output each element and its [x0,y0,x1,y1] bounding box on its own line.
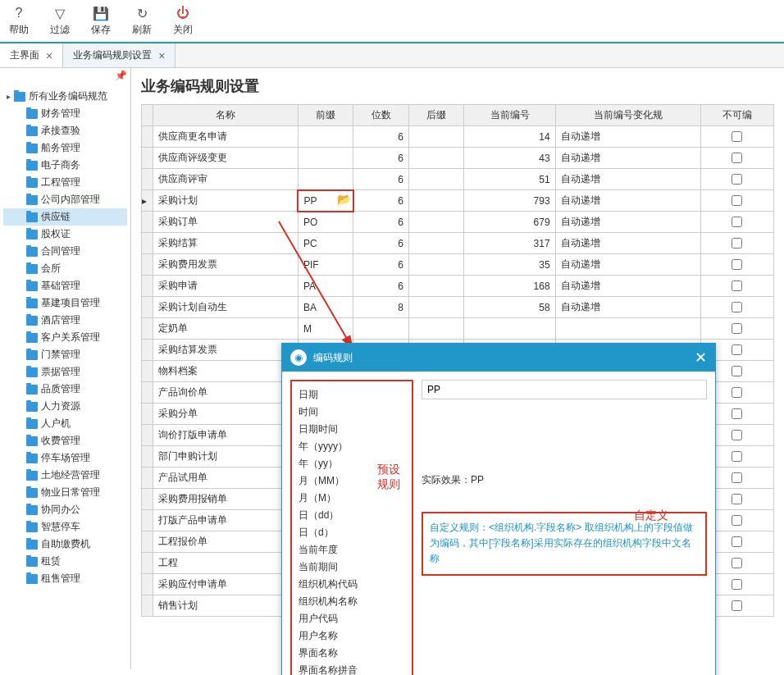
cell-current[interactable]: 58 [464,297,555,318]
cell-rule[interactable]: 自动递增 [555,126,700,148]
sidebar-item-12[interactable]: 酒店管理 [3,312,127,329]
rule-option[interactable]: 月（M） [299,490,405,507]
cell-suffix[interactable] [408,233,463,254]
cell-locked[interactable] [700,148,773,169]
sidebar-item-17[interactable]: 人力资源 [3,398,127,415]
cell-name[interactable]: 定奶单 [153,318,299,340]
cell-digits[interactable]: 6 [353,148,408,169]
locked-checkbox[interactable] [732,600,742,611]
cell-name[interactable]: 供应商更名申请 [153,126,299,148]
cell-current[interactable]: 14 [464,126,555,148]
cell-locked[interactable] [700,190,773,212]
cell-name[interactable]: 采购费用报销单 [153,489,299,510]
sidebar-item-27[interactable]: 租售管理 [3,570,127,587]
cell-prefix[interactable]: PIF [298,254,353,276]
table-row[interactable]: 采购结算 PC 6 317 自动递增 [142,233,774,254]
locked-checkbox[interactable] [732,408,742,419]
cell-rule[interactable]: 自动递增 [555,190,700,212]
column-header[interactable]: 前缀 [298,105,353,126]
table-row[interactable]: 供应商评级变更 6 43 自动递增 [142,148,774,169]
cell-current[interactable]: 679 [464,212,555,233]
cell-digits[interactable]: 6 [353,276,408,297]
sidebar-item-26[interactable]: 租赁 [3,553,127,570]
locked-checkbox[interactable] [732,238,742,249]
sidebar-item-23[interactable]: 协同办公 [3,501,127,518]
cell-locked[interactable] [700,297,773,318]
cell-name[interactable]: 采购申请 [153,276,299,297]
cell-name[interactable]: 采购分单 [153,404,299,425]
cell-locked[interactable] [700,276,773,297]
sidebar-item-5[interactable]: 公司内部管理 [3,191,127,208]
table-row[interactable]: 供应商更名申请 6 14 自动递增 [142,126,774,148]
cell-name[interactable]: 工程报价单 [153,531,299,553]
cell-name[interactable]: 供应商评审 [153,169,299,190]
locked-checkbox[interactable] [732,280,742,291]
cell-locked[interactable] [700,318,773,340]
cell-name[interactable]: 部门申购计划 [153,446,299,467]
locked-checkbox[interactable] [732,131,742,142]
locked-checkbox[interactable] [732,558,742,568]
sidebar-item-2[interactable]: 船务管理 [3,139,127,157]
locked-checkbox[interactable] [732,430,742,440]
cell-digits[interactable]: 6 [353,190,408,212]
sidebar-item-3[interactable]: 电子商务 [3,157,127,174]
rule-option[interactable]: 界面名称 [299,645,405,662]
locked-checkbox[interactable] [732,153,742,163]
sidebar-item-15[interactable]: 票据管理 [3,363,127,381]
cell-digits[interactable]: 6 [353,233,408,254]
rule-option[interactable]: 日期时间 [299,421,405,438]
column-header[interactable]: 名称 [153,105,299,126]
locked-checkbox[interactable] [732,259,742,270]
locked-checkbox[interactable] [732,579,742,590]
open-rule-icon[interactable]: 📂 [337,193,351,206]
cell-locked[interactable] [700,254,773,276]
cell-prefix[interactable]: BA [298,297,353,318]
table-row[interactable]: ▸ 采购计划 PP📂 6 793 自动递增 [142,190,774,212]
cell-name[interactable]: 产品询价单 [153,382,299,404]
cell-suffix[interactable] [408,148,463,169]
cell-current[interactable]: 51 [464,169,555,190]
cell-name[interactable]: 供应商评级变更 [153,148,299,169]
cell-name[interactable]: 采购计划自动生 [153,297,299,318]
rule-option[interactable]: 当前年度 [299,541,405,559]
cell-name[interactable]: 工程 [153,553,299,574]
tab-main[interactable]: 主界面× [0,43,63,67]
locked-checkbox[interactable] [732,515,742,526]
table-row[interactable]: 采购计划自动生 BA 8 58 自动递增 [142,297,774,318]
locked-checkbox[interactable] [732,174,742,185]
tree-root[interactable]: ▸ 所有业务编码规范 [3,88,127,105]
cell-current[interactable]: 317 [464,233,555,254]
locked-checkbox[interactable] [732,494,742,504]
sidebar-item-9[interactable]: 会所 [3,260,127,277]
cell-rule[interactable]: 自动递增 [555,233,700,254]
locked-checkbox[interactable] [732,302,742,312]
cell-name[interactable]: 询价打版申请单 [153,425,299,446]
rule-option[interactable]: 日期 [299,386,405,404]
table-row[interactable]: 采购订单 PO 6 679 自动递增 [142,212,774,233]
sidebar-item-25[interactable]: 自助缴费机 [3,536,127,553]
sidebar-item-13[interactable]: 客户关系管理 [3,329,127,346]
sidebar-item-1[interactable]: 承接查验 [3,122,127,139]
cell-name[interactable]: 采购计划 [153,190,299,212]
save-button[interactable]: 💾保存 [89,5,113,37]
cell-prefix[interactable] [298,169,353,190]
filter-button[interactable]: ▽过滤 [48,5,72,37]
cell-name[interactable]: 产品试用单 [153,467,299,489]
rule-option[interactable]: 组织机构名称 [299,593,405,610]
prefix-input[interactable] [422,380,707,399]
sidebar-item-21[interactable]: 土地经营管理 [3,467,127,484]
cell-suffix[interactable] [408,212,463,233]
table-row[interactable]: 采购费用发票 PIF 6 35 自动递增 [142,254,774,276]
rule-option[interactable]: 界面名称拼音 [299,662,405,675]
cell-current[interactable]: 43 [464,148,555,169]
cell-prefix[interactable]: PC [298,233,353,254]
cell-name[interactable]: 采购费用发票 [153,254,299,276]
sidebar-item-16[interactable]: 品质管理 [3,381,127,398]
table-row[interactable]: 供应商评审 6 51 自动递增 [142,169,774,190]
cell-rule[interactable]: 自动递增 [555,276,700,297]
sidebar-item-19[interactable]: 收费管理 [3,432,127,449]
sidebar-item-7[interactable]: 股权证 [3,226,127,243]
cell-prefix[interactable]: M [298,318,353,340]
pin-icon[interactable]: 📌 [115,70,127,81]
cell-suffix[interactable] [408,126,463,148]
